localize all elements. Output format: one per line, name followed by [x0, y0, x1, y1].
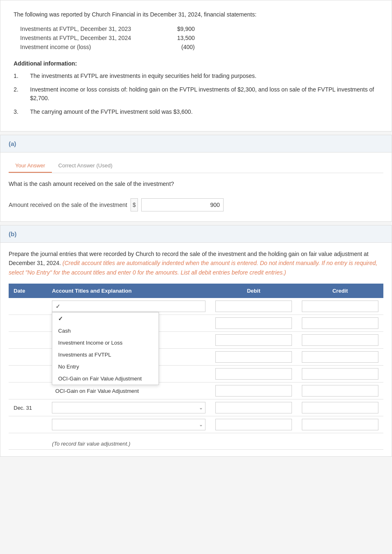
- row1-value: $9,900: [162, 26, 195, 32]
- debit-cell-3: [210, 332, 297, 349]
- debit-cell-2: [210, 315, 297, 332]
- row2-label: Investments at FVTPL, December 31, 2024: [20, 35, 152, 41]
- dropdown-list: ✓ Cash Investment Income or Loss Investm…: [52, 312, 159, 385]
- debit-input-2[interactable]: [215, 317, 292, 329]
- financial-table: Investments at FVTPL, December 31, 2023 …: [20, 26, 378, 50]
- row3-label: Investment income or (loss): [20, 44, 152, 50]
- intro-text: The following was reported by Church Fin…: [14, 10, 378, 19]
- credit-input-7[interactable]: [302, 402, 378, 413]
- list-item-1: 1. The investments at FVTPL are investme…: [14, 72, 378, 80]
- table-row: ✓ ✓ Cash Investment Income or Loss Inves…: [9, 298, 383, 315]
- debit-input-4[interactable]: [215, 351, 292, 363]
- footnote-cell: (To record fair value adjustment.): [47, 433, 383, 450]
- credit-cell-2: [297, 315, 383, 332]
- account-select-7[interactable]: Cash Investment Income or Loss Investmen…: [52, 402, 205, 413]
- list-item-1-text: The investments at FVTPL are investments…: [30, 72, 257, 80]
- date-cell-7: Dec. 31: [9, 399, 47, 416]
- section-a: (a) Your Answer Correct Answer (Used) Wh…: [0, 135, 392, 222]
- dropdown-item-investment-income[interactable]: Investment Income or Loss: [52, 337, 159, 349]
- credit-cell-6: [297, 383, 383, 399]
- credit-input-6[interactable]: [302, 385, 378, 397]
- date-cell-5: [9, 366, 47, 383]
- debit-input-7[interactable]: [215, 402, 292, 413]
- debit-input-5[interactable]: [215, 368, 292, 380]
- debit-cell-8: [210, 416, 297, 433]
- col-date: Date: [9, 284, 47, 298]
- row1-label: Investments at FVTPL, December 31, 2023: [20, 26, 152, 32]
- credit-input-2[interactable]: [302, 317, 378, 329]
- journal-table: Date Account Titles and Explanation Debi…: [9, 284, 383, 450]
- section-b: (b) Prepare the journal entries that wer…: [0, 225, 392, 457]
- tab-correct-answer[interactable]: Correct Answer (Used): [52, 159, 119, 173]
- date-cell-3: [9, 332, 47, 349]
- debit-input-3[interactable]: [215, 334, 292, 346]
- dropdown-item-cash[interactable]: Cash: [52, 325, 159, 337]
- section-a-content: Your Answer Correct Answer (Used) What i…: [0, 153, 392, 221]
- list-item-2-text: Investment income or loss consists of: h…: [30, 85, 378, 103]
- instructions-italic: (Credit account titles are automatically…: [9, 260, 377, 275]
- credit-input-4[interactable]: [302, 351, 378, 363]
- table-row: Cash Investment Income or Loss Investmen…: [9, 416, 383, 433]
- table-header-row: Date Account Titles and Explanation Debi…: [9, 284, 383, 298]
- section-a-header: (a): [0, 135, 392, 153]
- list-item-2: 2. Investment income or loss consists of…: [14, 85, 378, 103]
- row2-value: 13,500: [162, 35, 195, 41]
- section-b-header: (b): [0, 225, 392, 243]
- problem-statement: The following was reported by Church Fin…: [0, 0, 392, 131]
- debit-cell-1: [210, 298, 297, 315]
- date-cell-1: [9, 298, 47, 315]
- credit-cell-3: [297, 332, 383, 349]
- account-cell-7: Cash Investment Income or Loss Investmen…: [47, 399, 210, 416]
- debit-input-1[interactable]: [215, 300, 292, 312]
- financial-row-3: Investment income or (loss) (400): [20, 44, 378, 50]
- account-cell-8: Cash Investment Income or Loss Investmen…: [47, 416, 210, 433]
- dropdown-item-oci-gain[interactable]: OCI-Gain on Fair Value Adjustment: [52, 373, 159, 385]
- credit-cell-1: [297, 298, 383, 315]
- col-debit: Debit: [210, 284, 297, 298]
- footnote-text: (To record fair value adjustment.): [52, 441, 378, 447]
- debit-cell-4: [210, 349, 297, 366]
- dollar-sign: $: [131, 198, 138, 211]
- list-item-3: 3. The carrying amount of the FVTPL inve…: [14, 108, 378, 116]
- date-cell-8: [9, 416, 47, 433]
- dropdown-item-no-entry[interactable]: No Entry: [52, 361, 159, 373]
- account-select-8[interactable]: Cash Investment Income or Loss Investmen…: [52, 419, 205, 430]
- financial-row-1: Investments at FVTPL, December 31, 2023 …: [20, 26, 378, 32]
- row3-value: (400): [162, 44, 195, 50]
- section-b-content: Prepare the journal entries that were re…: [0, 243, 392, 456]
- credit-cell-4: [297, 349, 383, 366]
- credit-cell-5: [297, 366, 383, 383]
- credit-cell-7: [297, 399, 383, 416]
- account-cell-1: ✓ ✓ Cash Investment Income or Loss Inves…: [47, 298, 210, 315]
- account-select-wrapper-7[interactable]: Cash Investment Income or Loss Investmen…: [52, 402, 205, 413]
- date-cell-2: [9, 315, 47, 332]
- col-credit: Credit: [297, 284, 383, 298]
- credit-input-3[interactable]: [302, 334, 378, 346]
- date-cell-6: [9, 383, 47, 399]
- account-select-wrapper-8[interactable]: Cash Investment Income or Loss Investmen…: [52, 419, 205, 430]
- answer-tabs: Your Answer Correct Answer (Used): [9, 159, 383, 173]
- account-dropdown-open[interactable]: ✓ ✓ Cash Investment Income or Loss Inves…: [52, 300, 205, 312]
- credit-input-1[interactable]: [302, 300, 378, 312]
- amount-input[interactable]: [141, 198, 224, 211]
- numbered-list: 1. The investments at FVTPL are investme…: [14, 72, 378, 116]
- dropdown-item-investments-fvtpl[interactable]: Investments at FVTPL: [52, 349, 159, 361]
- debit-input-8[interactable]: [215, 419, 292, 430]
- col-account: Account Titles and Explanation: [47, 284, 210, 298]
- checkmark-icon: ✓: [56, 303, 61, 310]
- dropdown-item-checked[interactable]: ✓: [52, 312, 159, 325]
- tab-your-answer[interactable]: Your Answer: [9, 159, 52, 173]
- credit-input-8[interactable]: [302, 419, 378, 430]
- question-text: What is the cash amount received on the …: [9, 180, 383, 188]
- debit-input-6[interactable]: [215, 385, 292, 397]
- financial-row-2: Investments at FVTPL, December 31, 2024 …: [20, 35, 378, 41]
- input-label: Amount received on the sale of the inves…: [9, 202, 127, 208]
- amount-input-row: Amount received on the sale of the inves…: [9, 195, 383, 215]
- table-row-footnote: (To record fair value adjustment.): [9, 433, 383, 450]
- additional-info-label: Additional information:: [14, 60, 378, 67]
- credit-input-5[interactable]: [302, 368, 378, 380]
- debit-cell-7: [210, 399, 297, 416]
- date-cell-4: [9, 349, 47, 366]
- credit-cell-8: [297, 416, 383, 433]
- list-item-3-text: The carrying amount of the FVTPL investm…: [30, 108, 193, 116]
